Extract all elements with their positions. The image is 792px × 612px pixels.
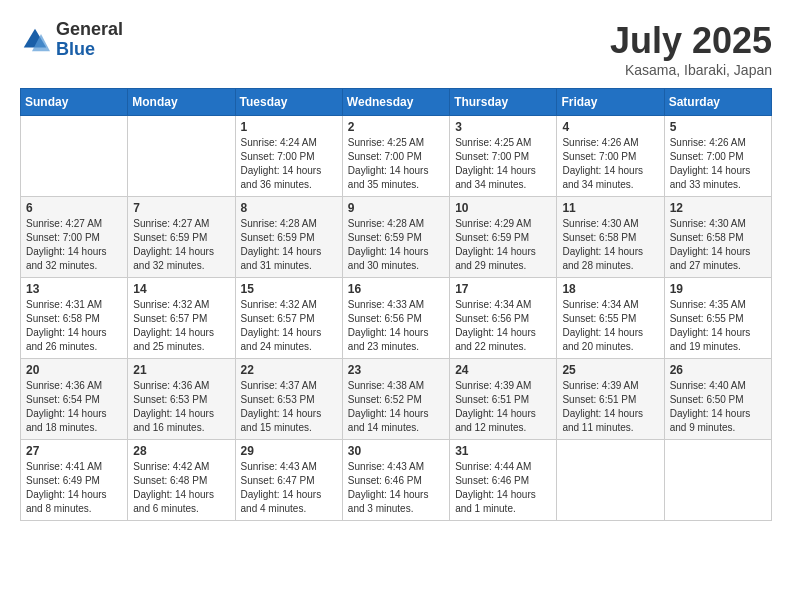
day-info: Sunrise: 4:28 AMSunset: 6:59 PMDaylight:…	[241, 217, 337, 273]
day-info: Sunrise: 4:27 AMSunset: 7:00 PMDaylight:…	[26, 217, 122, 273]
calendar-cell: 4Sunrise: 4:26 AMSunset: 7:00 PMDaylight…	[557, 116, 664, 197]
calendar-cell	[557, 440, 664, 521]
day-info: Sunrise: 4:40 AMSunset: 6:50 PMDaylight:…	[670, 379, 766, 435]
calendar-cell: 15Sunrise: 4:32 AMSunset: 6:57 PMDayligh…	[235, 278, 342, 359]
day-info: Sunrise: 4:36 AMSunset: 6:54 PMDaylight:…	[26, 379, 122, 435]
calendar-cell: 8Sunrise: 4:28 AMSunset: 6:59 PMDaylight…	[235, 197, 342, 278]
calendar-cell: 17Sunrise: 4:34 AMSunset: 6:56 PMDayligh…	[450, 278, 557, 359]
day-info: Sunrise: 4:34 AMSunset: 6:55 PMDaylight:…	[562, 298, 658, 354]
calendar-cell: 21Sunrise: 4:36 AMSunset: 6:53 PMDayligh…	[128, 359, 235, 440]
calendar-cell: 10Sunrise: 4:29 AMSunset: 6:59 PMDayligh…	[450, 197, 557, 278]
calendar-cell: 13Sunrise: 4:31 AMSunset: 6:58 PMDayligh…	[21, 278, 128, 359]
day-info: Sunrise: 4:35 AMSunset: 6:55 PMDaylight:…	[670, 298, 766, 354]
day-info: Sunrise: 4:44 AMSunset: 6:46 PMDaylight:…	[455, 460, 551, 516]
day-number: 1	[241, 120, 337, 134]
calendar-cell: 14Sunrise: 4:32 AMSunset: 6:57 PMDayligh…	[128, 278, 235, 359]
day-number: 11	[562, 201, 658, 215]
calendar-cell: 7Sunrise: 4:27 AMSunset: 6:59 PMDaylight…	[128, 197, 235, 278]
day-number: 2	[348, 120, 444, 134]
day-info: Sunrise: 4:32 AMSunset: 6:57 PMDaylight:…	[133, 298, 229, 354]
day-number: 16	[348, 282, 444, 296]
calendar-week-row: 20Sunrise: 4:36 AMSunset: 6:54 PMDayligh…	[21, 359, 772, 440]
calendar-cell: 20Sunrise: 4:36 AMSunset: 6:54 PMDayligh…	[21, 359, 128, 440]
day-number: 29	[241, 444, 337, 458]
calendar-cell: 2Sunrise: 4:25 AMSunset: 7:00 PMDaylight…	[342, 116, 449, 197]
weekday-header: Monday	[128, 89, 235, 116]
day-info: Sunrise: 4:43 AMSunset: 6:46 PMDaylight:…	[348, 460, 444, 516]
calendar-cell: 31Sunrise: 4:44 AMSunset: 6:46 PMDayligh…	[450, 440, 557, 521]
day-number: 12	[670, 201, 766, 215]
day-number: 26	[670, 363, 766, 377]
day-info: Sunrise: 4:37 AMSunset: 6:53 PMDaylight:…	[241, 379, 337, 435]
day-info: Sunrise: 4:31 AMSunset: 6:58 PMDaylight:…	[26, 298, 122, 354]
day-number: 18	[562, 282, 658, 296]
calendar-cell: 5Sunrise: 4:26 AMSunset: 7:00 PMDaylight…	[664, 116, 771, 197]
weekday-header: Thursday	[450, 89, 557, 116]
calendar-cell	[128, 116, 235, 197]
day-number: 4	[562, 120, 658, 134]
day-number: 8	[241, 201, 337, 215]
calendar-table: SundayMondayTuesdayWednesdayThursdayFrid…	[20, 88, 772, 521]
calendar-cell: 24Sunrise: 4:39 AMSunset: 6:51 PMDayligh…	[450, 359, 557, 440]
day-info: Sunrise: 4:42 AMSunset: 6:48 PMDaylight:…	[133, 460, 229, 516]
day-number: 25	[562, 363, 658, 377]
day-info: Sunrise: 4:33 AMSunset: 6:56 PMDaylight:…	[348, 298, 444, 354]
day-number: 3	[455, 120, 551, 134]
logo-blue: Blue	[56, 40, 123, 60]
day-info: Sunrise: 4:39 AMSunset: 6:51 PMDaylight:…	[562, 379, 658, 435]
day-info: Sunrise: 4:28 AMSunset: 6:59 PMDaylight:…	[348, 217, 444, 273]
location: Kasama, Ibaraki, Japan	[610, 62, 772, 78]
day-number: 14	[133, 282, 229, 296]
title-block: July 2025 Kasama, Ibaraki, Japan	[610, 20, 772, 78]
weekday-header: Wednesday	[342, 89, 449, 116]
page-header: General Blue July 2025 Kasama, Ibaraki, …	[20, 20, 772, 78]
calendar-cell: 22Sunrise: 4:37 AMSunset: 6:53 PMDayligh…	[235, 359, 342, 440]
calendar-cell	[664, 440, 771, 521]
day-number: 22	[241, 363, 337, 377]
calendar-cell: 25Sunrise: 4:39 AMSunset: 6:51 PMDayligh…	[557, 359, 664, 440]
day-number: 27	[26, 444, 122, 458]
day-info: Sunrise: 4:29 AMSunset: 6:59 PMDaylight:…	[455, 217, 551, 273]
calendar-cell: 3Sunrise: 4:25 AMSunset: 7:00 PMDaylight…	[450, 116, 557, 197]
day-info: Sunrise: 4:34 AMSunset: 6:56 PMDaylight:…	[455, 298, 551, 354]
month-title: July 2025	[610, 20, 772, 62]
weekday-header: Saturday	[664, 89, 771, 116]
day-number: 6	[26, 201, 122, 215]
day-number: 15	[241, 282, 337, 296]
day-number: 19	[670, 282, 766, 296]
calendar-cell	[21, 116, 128, 197]
calendar-cell: 30Sunrise: 4:43 AMSunset: 6:46 PMDayligh…	[342, 440, 449, 521]
day-info: Sunrise: 4:39 AMSunset: 6:51 PMDaylight:…	[455, 379, 551, 435]
day-info: Sunrise: 4:25 AMSunset: 7:00 PMDaylight:…	[455, 136, 551, 192]
calendar-cell: 6Sunrise: 4:27 AMSunset: 7:00 PMDaylight…	[21, 197, 128, 278]
calendar-cell: 27Sunrise: 4:41 AMSunset: 6:49 PMDayligh…	[21, 440, 128, 521]
day-info: Sunrise: 4:24 AMSunset: 7:00 PMDaylight:…	[241, 136, 337, 192]
day-info: Sunrise: 4:26 AMSunset: 7:00 PMDaylight:…	[562, 136, 658, 192]
logo-general: General	[56, 20, 123, 40]
day-number: 5	[670, 120, 766, 134]
calendar-cell: 23Sunrise: 4:38 AMSunset: 6:52 PMDayligh…	[342, 359, 449, 440]
calendar-cell: 29Sunrise: 4:43 AMSunset: 6:47 PMDayligh…	[235, 440, 342, 521]
day-info: Sunrise: 4:41 AMSunset: 6:49 PMDaylight:…	[26, 460, 122, 516]
calendar-cell: 26Sunrise: 4:40 AMSunset: 6:50 PMDayligh…	[664, 359, 771, 440]
calendar-cell: 28Sunrise: 4:42 AMSunset: 6:48 PMDayligh…	[128, 440, 235, 521]
weekday-header: Friday	[557, 89, 664, 116]
day-number: 31	[455, 444, 551, 458]
calendar-cell: 18Sunrise: 4:34 AMSunset: 6:55 PMDayligh…	[557, 278, 664, 359]
calendar-week-row: 13Sunrise: 4:31 AMSunset: 6:58 PMDayligh…	[21, 278, 772, 359]
day-number: 21	[133, 363, 229, 377]
weekday-header: Sunday	[21, 89, 128, 116]
calendar-cell: 19Sunrise: 4:35 AMSunset: 6:55 PMDayligh…	[664, 278, 771, 359]
calendar-cell: 12Sunrise: 4:30 AMSunset: 6:58 PMDayligh…	[664, 197, 771, 278]
calendar-cell: 9Sunrise: 4:28 AMSunset: 6:59 PMDaylight…	[342, 197, 449, 278]
calendar-week-row: 6Sunrise: 4:27 AMSunset: 7:00 PMDaylight…	[21, 197, 772, 278]
day-info: Sunrise: 4:43 AMSunset: 6:47 PMDaylight:…	[241, 460, 337, 516]
calendar-cell: 11Sunrise: 4:30 AMSunset: 6:58 PMDayligh…	[557, 197, 664, 278]
day-info: Sunrise: 4:32 AMSunset: 6:57 PMDaylight:…	[241, 298, 337, 354]
day-number: 10	[455, 201, 551, 215]
calendar-cell: 1Sunrise: 4:24 AMSunset: 7:00 PMDaylight…	[235, 116, 342, 197]
day-number: 17	[455, 282, 551, 296]
calendar-cell: 16Sunrise: 4:33 AMSunset: 6:56 PMDayligh…	[342, 278, 449, 359]
logo-text: General Blue	[56, 20, 123, 60]
calendar-header-row: SundayMondayTuesdayWednesdayThursdayFrid…	[21, 89, 772, 116]
